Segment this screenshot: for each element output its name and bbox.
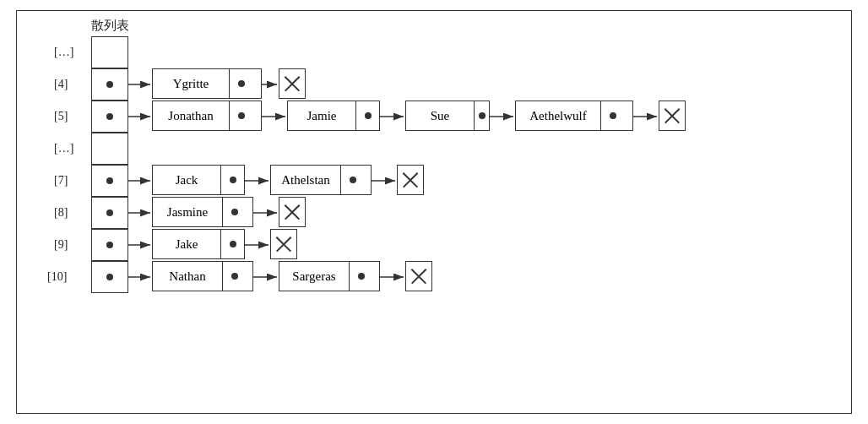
node-sargeras-pointer xyxy=(349,262,372,291)
hash-table-title: 散列表 xyxy=(91,18,129,34)
null-ygritte xyxy=(279,68,306,99)
hash-dot-8 xyxy=(106,209,113,216)
node-jasmine: Jasmine xyxy=(152,197,253,227)
hash-cell-8 xyxy=(91,197,128,229)
hash-cell-9 xyxy=(91,229,128,261)
null-x-sargeras xyxy=(406,262,431,291)
hash-dot-5 xyxy=(106,113,113,120)
node-sue-pointer xyxy=(474,101,489,130)
node-athelstan-name: Athelstan xyxy=(271,173,340,188)
node-jamie-pointer xyxy=(355,101,379,130)
hash-dot-10 xyxy=(106,274,113,280)
node-aethelwulf-name: Aethelwulf xyxy=(516,109,600,123)
diagram-container: 散列表 […] [4] [5] […] [7] [8] [9] [10] Ygr… xyxy=(16,10,852,414)
node-ygritte-pointer xyxy=(229,69,252,98)
node-jamie-name: Jamie xyxy=(288,109,355,123)
arrows-svg xyxy=(17,11,851,413)
node-jake-pointer xyxy=(220,230,244,258)
node-nathan-name: Nathan xyxy=(153,269,222,284)
hash-dot-9 xyxy=(106,242,113,248)
null-aethelwulf xyxy=(659,101,686,131)
node-aethelwulf: Aethelwulf xyxy=(515,101,633,131)
index-label-dots2: […] xyxy=(54,133,73,165)
node-sargeras-name: Sargeras xyxy=(279,269,349,284)
jake-dot xyxy=(230,241,236,247)
null-x-jake xyxy=(271,230,296,258)
hash-cell-5 xyxy=(91,101,128,133)
hash-cell-7 xyxy=(91,165,128,197)
jamie-dot xyxy=(365,112,372,119)
node-athelstan-pointer xyxy=(340,166,364,194)
jack-dot xyxy=(230,177,236,183)
null-jasmine xyxy=(279,197,306,227)
nathan-dot xyxy=(231,273,238,280)
null-x-aethelwulf xyxy=(659,101,685,130)
athelstan-dot xyxy=(350,177,356,183)
null-athelstan xyxy=(397,165,424,195)
hash-cell-dots2 xyxy=(91,133,128,165)
index-label-10: [10] xyxy=(47,261,67,293)
index-label-5: [5] xyxy=(54,101,68,133)
node-jonathan: Jonathan xyxy=(152,101,262,131)
index-label-8: [8] xyxy=(54,197,68,229)
index-label-9: [9] xyxy=(54,229,68,261)
node-jasmine-pointer xyxy=(222,198,246,226)
node-aethelwulf-pointer xyxy=(600,101,624,130)
node-sue: Sue xyxy=(405,101,490,131)
null-x-ygritte xyxy=(279,69,305,98)
node-nathan: Nathan xyxy=(152,261,253,291)
node-jake-name: Jake xyxy=(153,237,220,252)
ygritte-dot xyxy=(238,80,245,87)
null-x-athelstan xyxy=(398,166,423,194)
node-jonathan-name: Jonathan xyxy=(153,109,229,123)
node-jasmine-name: Jasmine xyxy=(153,205,222,220)
jonathan-dot xyxy=(238,112,245,119)
node-ygritte-name: Ygritte xyxy=(153,77,229,91)
node-jack-pointer xyxy=(220,166,244,194)
node-athelstan: Athelstan xyxy=(270,165,372,195)
null-jake xyxy=(270,229,297,259)
node-jake: Jake xyxy=(152,229,245,259)
sue-dot xyxy=(479,112,486,119)
jasmine-dot xyxy=(231,209,238,215)
node-jonathan-pointer xyxy=(229,101,252,130)
hash-cell-10 xyxy=(91,261,128,293)
sargeras-dot xyxy=(358,273,365,280)
node-jamie: Jamie xyxy=(287,101,380,131)
hash-dot-7 xyxy=(106,177,113,184)
hash-dot-4 xyxy=(106,81,113,88)
node-sargeras: Sargeras xyxy=(279,261,380,291)
node-ygritte: Ygritte xyxy=(152,68,262,99)
node-jack-name: Jack xyxy=(153,173,220,188)
index-label-7: [7] xyxy=(54,165,68,197)
hash-cell-4 xyxy=(91,68,128,101)
node-nathan-pointer xyxy=(222,262,246,291)
node-jack: Jack xyxy=(152,165,245,195)
null-sargeras xyxy=(405,261,432,291)
index-label-dots1: […] xyxy=(54,36,73,68)
null-x-jasmine xyxy=(279,198,305,226)
aethelwulf-dot xyxy=(610,112,616,119)
node-sue-name: Sue xyxy=(406,109,474,123)
hash-cell-dots1 xyxy=(91,36,128,68)
index-label-4: [4] xyxy=(54,68,68,101)
